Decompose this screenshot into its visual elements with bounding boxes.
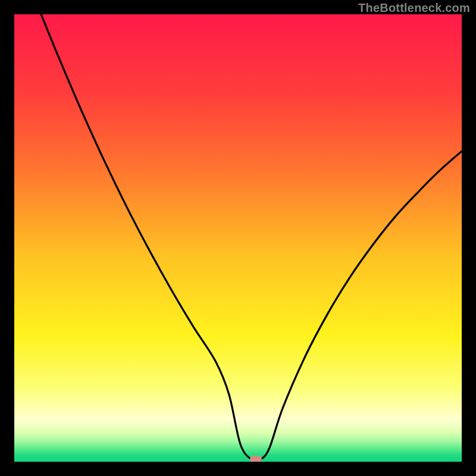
bottleneck-curve [14,14,462,462]
curve-minimum-marker [250,456,262,462]
chart-frame: TheBottleneck.com [0,0,476,476]
watermark-text: TheBottleneck.com [358,1,470,15]
plot-area [14,14,462,462]
